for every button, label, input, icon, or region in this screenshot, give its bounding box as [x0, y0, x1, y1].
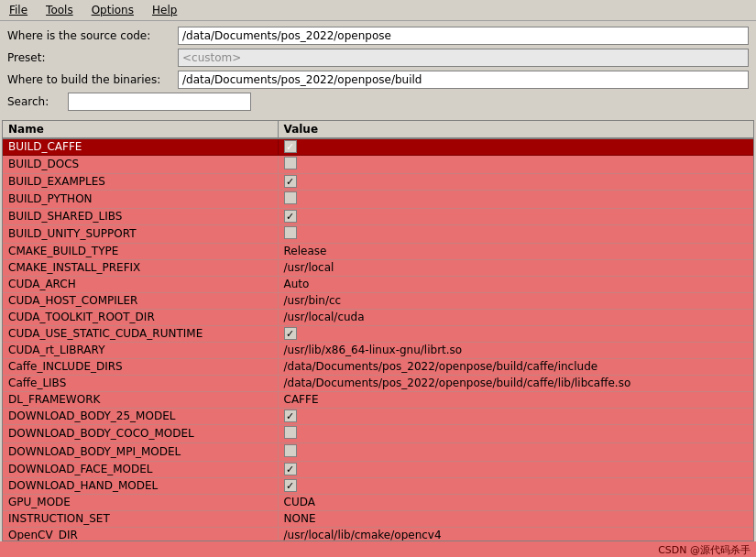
build-row: Where to build the binaries:	[7, 71, 749, 89]
row-value: /usr/local/lib/cmake/opencv4	[278, 527, 753, 541]
table-row[interactable]: BUILD_PYTHON	[3, 190, 753, 208]
table-row[interactable]: OpenCV_DIR/usr/local/lib/cmake/opencv4	[3, 527, 753, 541]
col-header-value: Value	[278, 121, 753, 138]
search-input[interactable]	[68, 93, 251, 111]
row-name: INSTRUCTION_SET	[3, 510, 278, 527]
row-value: CUDA	[278, 494, 753, 510]
table-row[interactable]: DL_FRAMEWORKCAFFE	[3, 391, 753, 408]
table-row[interactable]: Caffe_LIBS/data/Documents/pos_2022/openp…	[3, 375, 753, 391]
row-value: /data/Documents/pos_2022/openpose/build/…	[278, 375, 753, 391]
search-label: Search:	[7, 95, 62, 108]
row-name: BUILD_CAFFE	[3, 138, 278, 155]
row-name: DOWNLOAD_BODY_25_MODEL	[3, 408, 278, 424]
table-row[interactable]: CMAKE_BUILD_TYPERelease	[3, 243, 753, 259]
row-name: BUILD_EXAMPLES	[3, 173, 278, 190]
col-header-name: Name	[3, 121, 278, 138]
row-value: /usr/local/cuda	[278, 309, 753, 325]
table-row[interactable]: BUILD_UNITY_SUPPORT	[3, 224, 753, 243]
row-name: GPU_MODE	[3, 494, 278, 510]
table-row[interactable]: GPU_MODECUDA	[3, 494, 753, 510]
row-value: /data/Documents/pos_2022/openpose/build/…	[278, 358, 753, 375]
row-value: NONE	[278, 510, 753, 527]
menu-tools[interactable]: Tools	[40, 2, 79, 18]
build-label: Where to build the binaries:	[7, 73, 172, 86]
menu-file[interactable]: File	[4, 2, 33, 18]
menu-options[interactable]: Options	[86, 2, 139, 18]
row-value	[278, 155, 753, 173]
watermark-text: CSDN @源代码杀手	[658, 543, 751, 557]
row-name: DOWNLOAD_BODY_COCO_MODEL	[3, 424, 278, 442]
row-value	[278, 190, 753, 208]
row-name: CUDA_ARCH	[3, 276, 278, 292]
row-value: /usr/bin/cc	[278, 292, 753, 309]
row-name: BUILD_PYTHON	[3, 190, 278, 208]
row-name: CUDA_USE_STATIC_CUDA_RUNTIME	[3, 325, 278, 342]
preset-label: Preset:	[7, 51, 172, 64]
table-row[interactable]: INSTRUCTION_SETNONE	[3, 510, 753, 527]
table-row[interactable]: CUDA_ARCHAuto	[3, 276, 753, 292]
preset-row: Preset:	[7, 49, 749, 67]
row-name: BUILD_SHARED_LIBS	[3, 208, 278, 224]
table-row[interactable]: DOWNLOAD_HAND_MODEL✓	[3, 477, 753, 494]
table-row[interactable]: BUILD_SHARED_LIBS✓	[3, 208, 753, 224]
table-row[interactable]: CUDA_USE_STATIC_CUDA_RUNTIME✓	[3, 325, 753, 342]
row-name: CUDA_HOST_COMPILER	[3, 292, 278, 309]
table-row[interactable]: BUILD_EXAMPLES✓	[3, 173, 753, 190]
row-value: Auto	[278, 276, 753, 292]
table-row[interactable]: DOWNLOAD_BODY_25_MODEL✓	[3, 408, 753, 424]
row-name: CMAKE_INSTALL_PREFIX	[3, 259, 278, 276]
table-row[interactable]: DOWNLOAD_BODY_COCO_MODEL	[3, 424, 753, 442]
row-name: DOWNLOAD_HAND_MODEL	[3, 477, 278, 494]
row-value	[278, 424, 753, 442]
bottom-bar: CSDN @源代码杀手	[0, 541, 756, 557]
row-value: ✓	[278, 173, 753, 190]
preset-input[interactable]	[178, 49, 749, 67]
row-name: BUILD_UNITY_SUPPORT	[3, 224, 278, 243]
table-container[interactable]: Name Value BUILD_CAFFE✓BUILD_DOCSBUILD_E…	[2, 120, 754, 541]
row-value: Release	[278, 243, 753, 259]
table-row[interactable]: DOWNLOAD_BODY_MPI_MODEL	[3, 442, 753, 461]
row-value: ✓	[278, 138, 753, 155]
source-label: Where is the source code:	[7, 29, 172, 42]
menu-help[interactable]: Help	[147, 2, 182, 18]
build-input[interactable]	[178, 71, 749, 89]
row-value: CAFFE	[278, 391, 753, 408]
table-row[interactable]: BUILD_DOCS	[3, 155, 753, 173]
table-row[interactable]: BUILD_CAFFE✓	[3, 138, 753, 155]
row-value: ✓	[278, 408, 753, 424]
menubar: File Tools Options Help	[0, 0, 756, 21]
source-row: Where is the source code:	[7, 27, 749, 45]
row-name: DOWNLOAD_BODY_MPI_MODEL	[3, 442, 278, 461]
row-name: BUILD_DOCS	[3, 155, 278, 173]
table-row[interactable]: DOWNLOAD_FACE_MODEL✓	[3, 461, 753, 477]
table-row[interactable]: CUDA_rt_LIBRARY/usr/lib/x86_64-linux-gnu…	[3, 342, 753, 358]
source-input[interactable]	[178, 27, 749, 45]
row-name: DL_FRAMEWORK	[3, 391, 278, 408]
row-name: Caffe_INCLUDE_DIRS	[3, 358, 278, 375]
row-value	[278, 224, 753, 243]
row-value: ✓	[278, 461, 753, 477]
table-row[interactable]: Caffe_INCLUDE_DIRS/data/Documents/pos_20…	[3, 358, 753, 375]
search-row: Search:	[7, 93, 749, 111]
row-name: CUDA_TOOLKIT_ROOT_DIR	[3, 309, 278, 325]
row-value: ✓	[278, 477, 753, 494]
table-row[interactable]: CUDA_TOOLKIT_ROOT_DIR/usr/local/cuda	[3, 309, 753, 325]
content-area: Name Value BUILD_CAFFE✓BUILD_DOCSBUILD_E…	[0, 116, 756, 541]
row-name: CMAKE_BUILD_TYPE	[3, 243, 278, 259]
row-value: ✓	[278, 208, 753, 224]
table-row[interactable]: CMAKE_INSTALL_PREFIX/usr/local	[3, 259, 753, 276]
row-name: CUDA_rt_LIBRARY	[3, 342, 278, 358]
row-name: DOWNLOAD_FACE_MODEL	[3, 461, 278, 477]
table-row[interactable]: CUDA_HOST_COMPILER/usr/bin/cc	[3, 292, 753, 309]
row-value: /usr/lib/x86_64-linux-gnu/librt.so	[278, 342, 753, 358]
form-area: Where is the source code: Preset: Where …	[0, 21, 756, 116]
config-table: Name Value BUILD_CAFFE✓BUILD_DOCSBUILD_E…	[3, 121, 753, 541]
row-value	[278, 442, 753, 461]
row-name: OpenCV_DIR	[3, 527, 278, 541]
row-name: Caffe_LIBS	[3, 375, 278, 391]
row-value: /usr/local	[278, 259, 753, 276]
row-value: ✓	[278, 325, 753, 342]
